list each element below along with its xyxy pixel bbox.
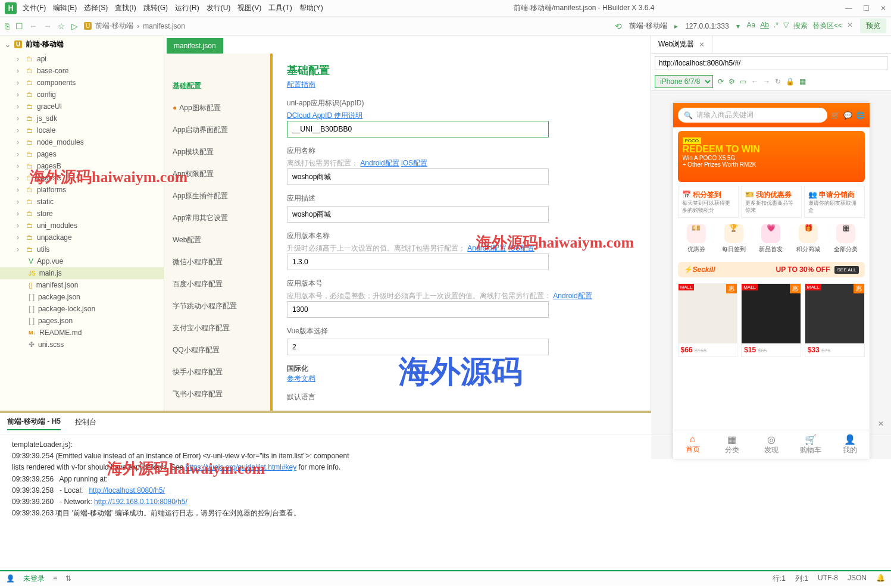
ios-config-link[interactable]: iOS配置 bbox=[401, 159, 427, 167]
folder-item[interactable]: ›🗀graceUI bbox=[0, 101, 164, 112]
quick-points[interactable]: 🎁积分商城 bbox=[790, 224, 827, 254]
folder-item[interactable]: ›🗀uni_modules bbox=[0, 220, 164, 232]
nav-basic[interactable]: 基础配置 bbox=[164, 75, 270, 97]
notification-icon[interactable]: 🔔 bbox=[876, 574, 885, 584]
browser-reload-icon[interactable]: ↻ bbox=[775, 77, 781, 86]
run-icon[interactable]: ▷ bbox=[71, 21, 78, 31]
seckill-bar[interactable]: ⚡Seckill UP TO 30% OFF SEE ALL bbox=[678, 262, 865, 277]
menu-find[interactable]: 查找(I) bbox=[115, 3, 136, 13]
close-tab-icon[interactable]: ✕ bbox=[699, 40, 705, 49]
nav-bytedance[interactable]: 字节跳动小程序配置 bbox=[164, 295, 270, 317]
folder-item[interactable]: ›🗀components bbox=[0, 77, 164, 89]
card-checkin[interactable]: 📅 积分签到每天签到可以获得更多的购物积分 bbox=[678, 186, 739, 218]
project-root[interactable]: ⌄ U 前端-移动端 bbox=[0, 36, 164, 53]
ios-config-link-2[interactable]: iOS配置 bbox=[508, 244, 534, 252]
dropdown-icon[interactable]: ▾ bbox=[736, 22, 740, 30]
android-config-link[interactable]: Android配置 bbox=[360, 159, 399, 167]
file-item[interactable]: JSmain.js bbox=[0, 267, 164, 279]
nav-mine[interactable]: 👤我的 bbox=[830, 430, 870, 459]
folder-item[interactable]: ›🗀static bbox=[0, 196, 164, 208]
screenshot-icon[interactable]: ▭ bbox=[740, 77, 746, 86]
encoding[interactable]: UTF-8 bbox=[818, 574, 838, 584]
replace-label[interactable]: 替换区<< bbox=[812, 21, 842, 31]
version-input[interactable] bbox=[287, 254, 549, 270]
file-item[interactable]: [ ]package.json bbox=[0, 291, 164, 303]
preview-button[interactable]: 预览 bbox=[860, 18, 886, 33]
run-target[interactable]: 前端-移动端 bbox=[629, 21, 667, 31]
appname-input[interactable] bbox=[287, 168, 549, 185]
language-mode[interactable]: JSON bbox=[848, 574, 867, 584]
card-coupon[interactable]: 🎫 我的优惠券更多折扣优惠商品等你来 bbox=[741, 186, 802, 218]
vuejs-doc-link[interactable]: https://vuejs.org/guide/list.html#key bbox=[185, 463, 296, 471]
device-select[interactable]: iPhone 6/7/8 bbox=[655, 75, 713, 88]
login-status[interactable]: 未登录 bbox=[23, 574, 45, 584]
minimize-icon[interactable]: — bbox=[845, 4, 852, 12]
run-target-icon[interactable]: ⟲ bbox=[615, 21, 622, 31]
file-item[interactable]: [ ]pages.json bbox=[0, 315, 164, 327]
qr-icon[interactable]: ▦ bbox=[799, 77, 806, 86]
folder-item[interactable]: ›🗀node_modules bbox=[0, 136, 164, 148]
filter-icon[interactable]: ▽ bbox=[783, 21, 789, 31]
save-icon[interactable]: ☐ bbox=[15, 21, 23, 31]
local-url-link[interactable]: http://localhost:8080/h5/ bbox=[89, 486, 164, 495]
folder-item[interactable]: ›🗀pagesB bbox=[0, 160, 164, 172]
menu-edit[interactable]: 编辑(E) bbox=[53, 3, 77, 13]
maximize-icon[interactable]: ☐ bbox=[863, 4, 870, 12]
folder-item[interactable]: ›🗀base-core bbox=[0, 65, 164, 77]
list-icon[interactable]: ≡ bbox=[53, 574, 57, 583]
lang-icon[interactable]: 🌐 bbox=[856, 111, 865, 120]
lock-icon[interactable]: 🔒 bbox=[786, 77, 795, 86]
menu-select[interactable]: 选择(S) bbox=[84, 3, 108, 13]
nav-cart[interactable]: 🛒购物车 bbox=[791, 430, 830, 459]
folder-item[interactable]: ›🗀store bbox=[0, 208, 164, 220]
devtools-icon[interactable]: ⚙ bbox=[729, 77, 735, 86]
forward-icon[interactable]: → bbox=[43, 21, 52, 31]
nav-jd[interactable]: 京东小程序配置 bbox=[164, 405, 270, 411]
folder-item[interactable]: ›🗀locale bbox=[0, 124, 164, 136]
nav-app-module[interactable]: App模块配置 bbox=[164, 141, 270, 163]
console-tab-terminal[interactable]: 控制台 bbox=[75, 417, 96, 430]
nav-category[interactable]: ▦分类 bbox=[712, 430, 752, 459]
bc-project[interactable]: 前端-移动端 bbox=[95, 21, 133, 31]
nav-app-native[interactable]: App原生插件配置 bbox=[164, 185, 270, 207]
menu-goto[interactable]: 跳转(G) bbox=[143, 3, 168, 13]
console-tab-h5[interactable]: 前端-移动端 - H5 bbox=[7, 417, 61, 430]
folder-item[interactable]: ›🗀pages bbox=[0, 148, 164, 160]
quick-coupon[interactable]: 💴优惠券 bbox=[678, 224, 715, 254]
card-distributor[interactable]: 👥 申请分销商邀请你的朋友获取佣金 bbox=[804, 186, 865, 218]
appdesc-input[interactable] bbox=[287, 206, 549, 223]
file-item[interactable]: [ ]package-lock.json bbox=[0, 303, 164, 315]
refresh-icon[interactable]: ⟳ bbox=[718, 77, 724, 86]
cart-icon[interactable]: 🛒 bbox=[831, 111, 840, 120]
search-label[interactable]: 搜索 bbox=[793, 21, 808, 31]
nav-baidu[interactable]: 百度小程序配置 bbox=[164, 273, 270, 295]
nav-kuaishou[interactable]: 快手小程序配置 bbox=[164, 361, 270, 383]
menu-help[interactable]: 帮助(Y) bbox=[299, 3, 323, 13]
user-icon[interactable]: 👤 bbox=[6, 574, 15, 583]
regex-icon[interactable]: .* bbox=[774, 21, 779, 31]
versioncode-input[interactable] bbox=[287, 301, 549, 318]
vue-version-input[interactable] bbox=[287, 339, 549, 355]
appid-help-link[interactable]: DCloud AppID 使用说明 bbox=[287, 111, 362, 120]
shop-search[interactable]: 🔍 请输入商品关键词 bbox=[678, 108, 827, 123]
browser-forward-icon[interactable]: → bbox=[763, 77, 770, 86]
file-item[interactable]: VApp.vue bbox=[0, 255, 164, 267]
file-item[interactable]: {}manifest.json bbox=[0, 279, 164, 291]
case-icon[interactable]: Aa bbox=[747, 21, 756, 31]
nav-app-other[interactable]: App常用其它设置 bbox=[164, 207, 270, 229]
folder-item[interactable]: ›🗀api bbox=[0, 53, 164, 65]
config-guide-link[interactable]: 配置指南 bbox=[287, 80, 315, 90]
nav-app-icon[interactable]: App图标配置 bbox=[164, 97, 270, 119]
quick-new[interactable]: 💗新品首发 bbox=[752, 224, 790, 254]
folder-item[interactable]: ›🗀pagesC bbox=[0, 172, 164, 184]
file-item[interactable]: ✤uni.scss bbox=[0, 339, 164, 351]
play-icon[interactable]: ▸ bbox=[674, 22, 678, 30]
quick-category[interactable]: ▦全部分类 bbox=[827, 224, 865, 254]
close-search-icon[interactable]: ✕ bbox=[847, 21, 853, 31]
new-file-icon[interactable]: ⎘ bbox=[5, 21, 10, 31]
intl-doc-link[interactable]: 参考文档 bbox=[287, 374, 315, 383]
nav-app-launch[interactable]: App启动界面配置 bbox=[164, 119, 270, 141]
nav-app-permission[interactable]: App权限配置 bbox=[164, 163, 270, 185]
close-icon[interactable]: ✕ bbox=[880, 4, 886, 12]
file-item[interactable]: M↓README.md bbox=[0, 327, 164, 339]
